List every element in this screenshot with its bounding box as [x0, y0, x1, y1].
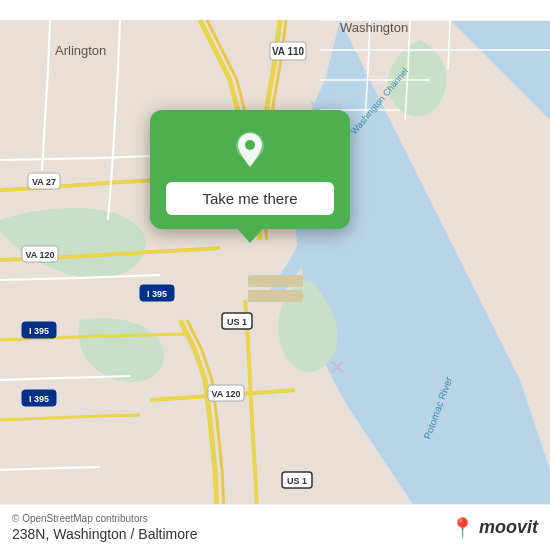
svg-rect-2 — [248, 290, 303, 302]
svg-text:✕: ✕ — [328, 355, 346, 380]
svg-text:US 1: US 1 — [227, 317, 247, 327]
moovit-logo: 📍 moovit — [450, 516, 538, 540]
svg-text:VA 110: VA 110 — [272, 46, 305, 57]
moovit-brand-text: moovit — [479, 517, 538, 538]
popup-card: Take me there — [150, 110, 350, 229]
location-pin-icon — [228, 128, 272, 172]
svg-text:I 395: I 395 — [29, 326, 49, 336]
svg-rect-1 — [248, 275, 303, 287]
attribution-text: © OpenStreetMap contributors — [12, 513, 197, 524]
route-info: 238N, Washington / Baltimore — [12, 526, 197, 542]
svg-text:I 395: I 395 — [29, 394, 49, 404]
svg-text:VA 120: VA 120 — [211, 389, 240, 399]
svg-text:VA 120: VA 120 — [25, 250, 54, 260]
svg-text:I 395: I 395 — [147, 289, 167, 299]
svg-text:Washington: Washington — [340, 20, 408, 35]
svg-text:VA 27: VA 27 — [32, 177, 56, 187]
moovit-pin-icon: 📍 — [450, 516, 475, 540]
map-container: Arlington VA 110 VA 27 VA 120 I 395 I 39… — [0, 0, 550, 550]
map-background: Arlington VA 110 VA 27 VA 120 I 395 I 39… — [0, 0, 550, 550]
svg-text:Arlington: Arlington — [55, 43, 106, 58]
svg-text:US 1: US 1 — [287, 476, 307, 486]
svg-point-27 — [245, 140, 255, 150]
take-me-there-button[interactable]: Take me there — [166, 182, 334, 215]
bottom-bar: © OpenStreetMap contributors 238N, Washi… — [0, 504, 550, 550]
